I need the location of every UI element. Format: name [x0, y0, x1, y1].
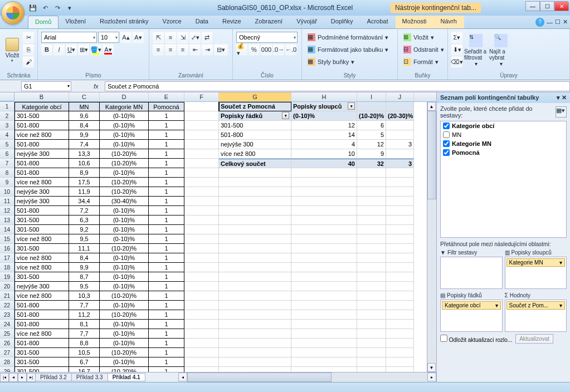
- field-item[interactable]: Kategorie MN: [441, 139, 566, 148]
- data-cell[interactable]: 9,5: [69, 234, 100, 244]
- data-cell[interactable]: 9,5: [69, 282, 100, 291]
- row-header[interactable]: 2: [0, 111, 14, 121]
- pivot-row[interactable]: nejvýše 300: [219, 140, 291, 149]
- data-cell[interactable]: (10-20)%: [100, 149, 149, 159]
- copy-icon[interactable]: ⎘: [23, 44, 34, 55]
- row-header[interactable]: 6: [0, 149, 14, 159]
- cell[interactable]: [357, 253, 386, 263]
- field-item[interactable]: Kategorie obcí: [441, 121, 566, 130]
- cell[interactable]: [184, 253, 219, 263]
- save-icon[interactable]: 💾: [28, 3, 38, 13]
- data-cell[interactable]: (10-20)%: [100, 348, 149, 357]
- cell[interactable]: [357, 282, 386, 291]
- data-cell[interactable]: 10,3: [69, 291, 100, 301]
- cell[interactable]: [357, 348, 386, 357]
- underline-button[interactable]: U▾: [66, 44, 77, 55]
- cell[interactable]: [386, 329, 414, 339]
- data-cell[interactable]: 1: [149, 301, 184, 310]
- last-sheet-icon[interactable]: ▸|: [27, 373, 36, 382]
- cell[interactable]: [386, 357, 414, 367]
- help-icon[interactable]: ?: [535, 18, 544, 27]
- row-header[interactable]: 27: [0, 348, 14, 357]
- tab-návrh[interactable]: Návrh: [434, 16, 464, 28]
- data-cell[interactable]: 1: [149, 225, 184, 234]
- data-cell[interactable]: 1: [149, 159, 184, 168]
- cell[interactable]: [184, 187, 219, 197]
- cell[interactable]: [357, 310, 386, 320]
- cell[interactable]: [184, 310, 219, 320]
- data-cell[interactable]: více než 800: [14, 253, 69, 263]
- shrink-font-icon[interactable]: A▾: [133, 32, 144, 43]
- cell[interactable]: [386, 244, 414, 253]
- field-checkbox[interactable]: [443, 149, 450, 156]
- cell[interactable]: [291, 234, 357, 244]
- data-cell[interactable]: (0-10)%: [100, 282, 149, 291]
- data-cell[interactable]: 1: [149, 320, 184, 329]
- cell[interactable]: [291, 253, 357, 263]
- align-center-icon[interactable]: ≡: [165, 44, 176, 55]
- pivot-row[interactable]: 501-800: [219, 130, 291, 140]
- data-cell[interactable]: 501-800: [14, 159, 69, 168]
- row-header[interactable]: 25: [0, 329, 14, 339]
- data-cell[interactable]: 9,2: [69, 225, 100, 234]
- wrap-text-icon[interactable]: ⇄: [202, 32, 212, 43]
- data-cell[interactable]: 8,9: [69, 168, 100, 178]
- vertical-scrollbar[interactable]: ▲ ▼: [427, 102, 436, 372]
- data-cell[interactable]: více než 800: [14, 291, 69, 301]
- row-header[interactable]: 20: [0, 282, 14, 291]
- tab-acrobat[interactable]: Acrobat: [360, 16, 396, 28]
- field-list[interactable]: Kategorie obcíMNKategorie MNPomocná: [440, 121, 567, 238]
- cell[interactable]: [291, 244, 357, 253]
- data-cell[interactable]: 501-800: [14, 168, 69, 178]
- data-cell[interactable]: 11,9: [69, 187, 100, 197]
- clear-icon[interactable]: ⌫▾: [451, 56, 462, 67]
- worksheet[interactable]: BCDEFGHIJ 1Kategorie obcíMNKategorie MNP…: [0, 92, 436, 382]
- data-cell[interactable]: 501-800: [14, 301, 69, 310]
- data-cell[interactable]: 1: [149, 121, 184, 130]
- row-header[interactable]: 7: [0, 159, 14, 168]
- row-header[interactable]: 5: [0, 140, 14, 149]
- horizontal-scrollbar[interactable]: ◂ ▸: [178, 372, 436, 382]
- cell[interactable]: [357, 187, 386, 197]
- cell[interactable]: [386, 197, 414, 206]
- sheet-tab[interactable]: Příklad 3.3: [71, 373, 108, 381]
- tab-vzorce[interactable]: Vzorce: [155, 16, 188, 28]
- italic-button[interactable]: I: [53, 44, 65, 55]
- data-cell[interactable]: 501-800: [14, 140, 69, 149]
- data-cell[interactable]: 501-800: [14, 121, 69, 130]
- cell[interactable]: [219, 282, 291, 291]
- data-cell[interactable]: (0-10)%: [100, 206, 149, 215]
- cell[interactable]: [386, 348, 414, 357]
- data-cell[interactable]: (0-10)%: [100, 130, 149, 140]
- cell[interactable]: [357, 178, 386, 187]
- cell[interactable]: [357, 102, 386, 111]
- update-button[interactable]: Aktualizovat: [515, 334, 553, 344]
- cell[interactable]: [386, 206, 414, 215]
- scroll-down-icon[interactable]: ▼: [427, 363, 436, 372]
- data-cell[interactable]: (10-20)%: [100, 310, 149, 320]
- cell[interactable]: [357, 234, 386, 244]
- pivot-col-header[interactable]: (0-10)%: [291, 111, 357, 121]
- data-cell[interactable]: 501-800: [14, 320, 69, 329]
- tab-rozložení stránky[interactable]: Rozložení stránky: [93, 16, 155, 28]
- data-cell[interactable]: (0-10)%: [100, 225, 149, 234]
- data-cell[interactable]: 501-800: [14, 339, 69, 348]
- data-cell[interactable]: (10-20)%: [100, 187, 149, 197]
- tab-vložení[interactable]: Vložení: [59, 16, 93, 28]
- data-cell[interactable]: 1: [149, 310, 184, 320]
- data-cell[interactable]: 1: [149, 282, 184, 291]
- cell[interactable]: [386, 102, 414, 111]
- align-middle-icon[interactable]: ≡: [165, 32, 176, 43]
- data-cell[interactable]: 9,6: [69, 111, 100, 121]
- cell[interactable]: [184, 215, 219, 225]
- pivot-val[interactable]: 3: [386, 140, 414, 149]
- data-cell[interactable]: 9,9: [69, 130, 100, 140]
- cell[interactable]: [184, 197, 219, 206]
- align-right-icon[interactable]: ≡: [177, 44, 188, 55]
- cell[interactable]: [291, 357, 357, 367]
- data-cell[interactable]: 11,1: [69, 244, 100, 253]
- data-cell[interactable]: 1: [149, 253, 184, 263]
- data-header[interactable]: MN: [69, 102, 100, 111]
- data-cell[interactable]: více než 800: [14, 130, 69, 140]
- cell[interactable]: [291, 168, 357, 178]
